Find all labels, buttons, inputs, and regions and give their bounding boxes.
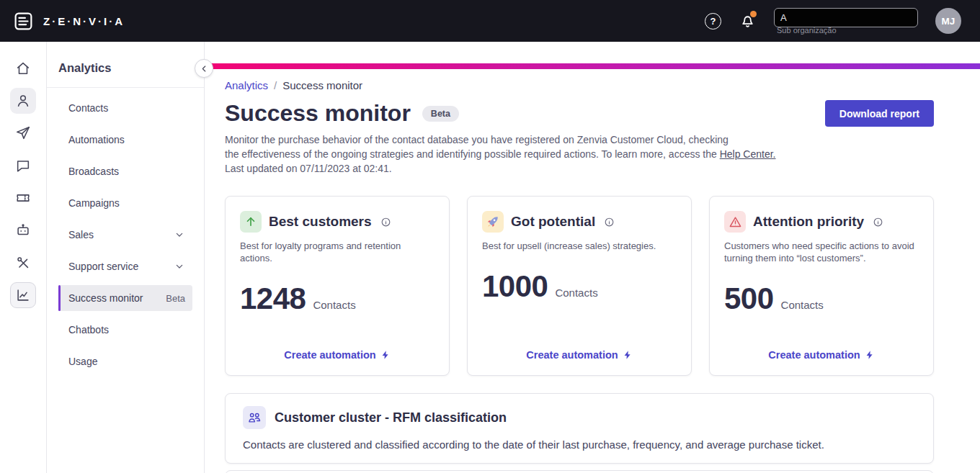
download-report-button[interactable]: Download report [825,100,934,127]
info-icon[interactable] [873,217,883,228]
notifications-button[interactable] [739,12,757,30]
rail-item-analytics[interactable] [10,282,36,308]
breadcrumb-analytics-link[interactable]: Analytics [225,79,268,91]
tools-icon [15,255,31,271]
app-body: Analytics Contacts Automations Broadcast… [0,42,980,473]
page-content: Analytics / Success monitor Success moni… [205,69,980,473]
sidebar-item-success-monitor[interactable]: Success monitor Beta [58,285,192,311]
bot-icon [15,222,31,238]
chevron-left-icon [199,63,210,74]
main-area: Analytics / Success monitor Success moni… [205,42,980,473]
sidebar-item-label: Campaigns [68,197,120,209]
card-attention-priority: Attention priority Customers who need sp… [709,196,934,376]
page-title: Success monitor [225,100,411,127]
sidebar-title: Analytics [47,42,204,88]
next-section-card-edge [225,470,934,473]
warning-icon [724,211,746,233]
card-count: 1000 [482,269,548,304]
home-icon [15,60,31,76]
sidebar-item-label: Automations [68,134,125,145]
avatar[interactable]: MJ [935,8,961,34]
help-button[interactable]: ? [705,13,721,30]
customer-cluster-card: Customer cluster - RFM classification Co… [225,393,934,464]
rail-item-conversations[interactable] [10,153,36,179]
card-count-row: 500 Contacts [724,281,919,316]
organization-name-redacted: A [774,8,918,27]
card-got-potential: Got potential Best for upsell (increase … [467,196,692,376]
help-center-link[interactable]: Help Center. [720,148,776,160]
header-actions: ? A Sub organização MJ [705,8,961,35]
info-icon[interactable] [604,217,615,228]
people-icon [243,406,266,429]
card-title: Attention priority [753,214,864,230]
brand: Z·E·N·V·I·A [13,11,125,32]
help-icon: ? [705,13,721,30]
card-best-customers: Best customers Best for loyalty programs… [225,196,450,376]
card-title: Best customers [269,214,372,230]
sidebar-item-label: Broadcasts [68,166,119,177]
card-count: 1248 [240,281,306,316]
sidebar-item-label: Success monitor [68,292,143,304]
create-automation-link[interactable]: Create automation [284,349,390,361]
sidebar-item-sales[interactable]: Sales [58,222,192,248]
info-icon[interactable] [380,217,391,228]
rail-item-bots[interactable] [10,217,36,243]
sidebar-item-label: Usage [68,356,97,367]
create-automation-link[interactable]: Create automation [768,349,874,361]
analytics-icon [15,287,31,303]
card-count-row: 1000 Contacts [482,269,677,304]
rail-item-tickets[interactable] [10,185,36,211]
sidebar-item-label: Contacts [68,102,108,114]
description-line-1: Monitor the purchase behavior of the con… [225,134,729,145]
top-header: Z·E·N·V·I·A ? A Sub organização MJ [0,0,980,42]
breadcrumb-current: Success monitor [282,79,362,91]
create-automation-label: Create automation [284,349,375,361]
sidebar-nav: Contacts Automations Broadcasts Campaign… [47,88,204,374]
sidebar: Analytics Contacts Automations Broadcast… [47,42,205,473]
notification-dot [750,11,757,17]
active-indicator [58,285,61,311]
card-description: Best for loyalty programs and retention … [240,240,435,264]
sidebar-item-usage[interactable]: Usage [58,348,192,374]
page-description: Monitor the purchase behavior of the con… [225,132,980,176]
sidebar-item-broadcasts[interactable]: Broadcasts [58,158,192,184]
card-count: 500 [724,281,774,316]
brand-gradient-bar [205,63,980,69]
sidebar-item-contacts[interactable]: Contacts [58,95,192,121]
arrow-up-icon [240,211,262,233]
page-title-row: Success monitor Beta Download report [225,100,934,127]
contacts-icon [15,93,31,109]
sidebar-item-label: Support service [68,261,138,272]
beta-badge: Beta [166,293,185,304]
icon-rail [0,42,47,473]
cluster-title: Customer cluster - RFM classification [275,410,507,425]
rail-item-tools[interactable] [10,250,36,276]
page-beta-badge: Beta [422,106,459,122]
sidebar-item-automations[interactable]: Automations [58,127,192,153]
cluster-description: Contacts are clustered and classified ac… [243,438,916,451]
card-head: Best customers [240,211,435,233]
sidebar-item-label: Sales [68,229,94,240]
card-description: Customers who need specific actions to a… [724,240,919,264]
sidebar-collapse-button[interactable] [195,59,213,78]
sidebar-item-support-service[interactable]: Support service [58,253,192,279]
card-head: Got potential [482,211,677,233]
rail-item-contacts[interactable] [10,88,36,114]
brand-name: Z·E·N·V·I·A [43,15,125,27]
lightning-icon [380,350,391,360]
rail-item-broadcasts[interactable] [10,120,36,146]
last-updated-text: Last updated on 07/11/2023 at 02:41. [225,163,392,174]
create-automation-link[interactable]: Create automation [526,349,632,361]
create-automation-label: Create automation [526,349,618,361]
sidebar-item-campaigns[interactable]: Campaigns [58,190,192,216]
rocket-icon [482,211,504,233]
rail-item-home[interactable] [10,55,36,81]
breadcrumb-separator: / [274,79,277,91]
organization-selector[interactable]: A Sub organização [774,8,918,35]
lightning-icon [623,350,633,360]
main-top-space [205,42,980,63]
card-head: Attention priority [724,211,919,233]
card-description: Best for upsell (increase sales) strateg… [482,240,677,252]
sub-organization-label: Sub organização [774,27,918,35]
sidebar-item-chatbots[interactable]: Chatbots [58,317,192,343]
